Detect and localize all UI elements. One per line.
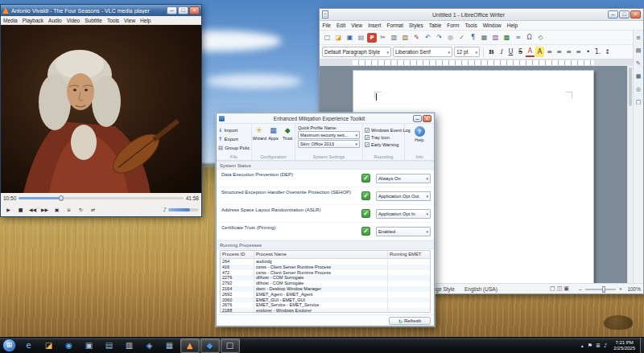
print-icon[interactable]: ▤ [356,32,366,43]
align-right-button[interactable]: ≡ [564,47,573,57]
pinned-app-icon-6[interactable]: ▥ [120,339,139,353]
italic-button[interactable]: I [497,47,506,57]
bold-button[interactable]: B [487,47,496,57]
redo-icon[interactable]: ↷ [434,32,444,43]
vlc-video-area[interactable] [1,25,201,193]
vlc-close-button[interactable]: × [189,6,200,14]
vlc-seek-slider[interactable] [19,197,183,199]
mitigation-setting-select[interactable]: Application Opt In▾ [376,209,431,219]
emet-process-table[interactable]: Process IDProcess NameRunning EMET 264au… [220,250,431,313]
import-button[interactable]: ↓Import [218,125,250,134]
justify-button[interactable]: ≡ [574,47,583,57]
emet-titlebar[interactable]: Enhanced Mitigation Experience Toolkit –… [217,113,434,124]
zoom-slider[interactable] [585,289,616,290]
vlc-taskbar-icon[interactable]: ▲ [180,339,200,353]
vlc-menu-subtitle[interactable]: Subtitle [82,18,105,23]
internet-explorer-icon[interactable]: e [19,339,39,353]
shuffle-button[interactable]: ⇄ [88,205,98,215]
open-icon[interactable]: ◪ [333,32,344,43]
volume-slider[interactable] [168,208,199,211]
writer-ruler[interactable] [320,60,633,66]
process-row[interactable]: 2188explorer - Windows Explorer [221,308,430,313]
writer-menu-styles[interactable]: Styles [407,23,427,28]
insert-link-icon[interactable]: ∞ [513,32,523,43]
paragraph-style-combo[interactable]: Default Paragraph Style ▾ [322,47,391,57]
writer-menu-edit[interactable]: Edit [333,23,348,28]
writer-menu-file[interactable]: File [320,23,333,28]
vlc-maximize-button[interactable]: □ [178,6,188,14]
highlight-color-button[interactable]: A [535,47,544,57]
vlc-menu-tools[interactable]: Tools [105,18,122,23]
spelling-icon[interactable]: ✓ [456,32,467,43]
font-size-combo[interactable]: 12 pt ▾ [454,47,480,57]
skin-select[interactable]: Skin: Office 2013 ▾ [298,140,360,148]
process-row[interactable]: 264audiodg [221,259,430,265]
styles-icon[interactable]: ✎ [634,60,643,68]
writer-menu-help[interactable]: Help [504,23,520,28]
vlc-menu-media[interactable]: Media [1,18,20,23]
zoom-in-button[interactable]: + [619,286,622,292]
single-page-view-button[interactable]: □ [550,285,555,292]
zoom-slider-thumb[interactable] [602,286,605,293]
align-left-button[interactable]: ≡ [545,47,554,57]
language-status[interactable]: English (USA) [464,286,497,292]
writer-menu-tools[interactable]: Tools [462,23,480,28]
emet-minimize-button[interactable]: – [413,115,422,122]
emet-taskbar-icon[interactable]: ◆ [200,339,220,353]
volume-icon[interactable]: ♪ [602,343,609,349]
export-button[interactable]: ↑Export [218,134,250,143]
font-name-combo[interactable]: Liberation Serif ▾ [393,47,452,57]
taskbar-clock[interactable]: 7:21 PM 2/25/2025 [609,340,640,351]
process-row[interactable]: 472csrss - Client Server Runtime Process [221,270,430,276]
column-header[interactable]: Process Name [254,251,388,258]
writer-vertical-scrollbar[interactable] [627,66,633,283]
writer-close-button[interactable]: × [630,10,641,18]
writer-minimize-button[interactable]: – [608,10,618,18]
insert-shapes-icon[interactable]: ◇ [535,32,546,43]
insert-image-icon[interactable]: ▨ [490,32,501,43]
process-row[interactable]: 2164dwm - Desktop Window Manager [221,286,430,292]
vlc-titlebar[interactable]: Antonio Vivaldi - The Four Seasons - VLC… [1,5,201,16]
multi-page-view-button[interactable]: ◫ [557,285,563,292]
gallery-icon[interactable]: ▦ [634,72,643,81]
vlc-menu-playback[interactable]: Playback [20,18,46,23]
insert-symbol-icon[interactable]: Ω [524,32,535,43]
strikethrough-button[interactable]: S [516,47,525,57]
action-center-icon[interactable]: ⚑ [586,343,594,349]
vlc-menu-audio[interactable]: Audio [46,18,64,23]
export-pdf-icon[interactable]: P [367,33,377,43]
fullscreen-button[interactable]: ▣ [52,205,62,215]
seek-handle[interactable] [59,195,64,201]
mitigation-setting-select[interactable]: Enabled▾ [376,227,431,236]
writer-titlebar[interactable]: Untitled 1 - LibreOffice Writer – □ × [320,9,643,21]
refresh-button[interactable]: ↻ Refresh [389,317,431,325]
vlc-minimize-button[interactable]: – [167,6,177,14]
undo-icon[interactable]: ↶ [423,32,433,43]
windows-event-log-checkbox[interactable]: ✓Windows Event Log [365,126,402,133]
copy-icon[interactable]: ▥ [389,32,399,43]
zoom-level[interactable]: 100% [627,286,641,292]
vlc-menu-video[interactable]: Video [64,18,83,23]
scrollbar-thumb[interactable] [629,68,632,106]
pinned-app-icon-7[interactable]: ◈ [140,339,159,353]
zoom-out-button[interactable]: – [579,286,582,292]
process-row[interactable]: 416csrss - Client Server Runtime Process [221,265,430,270]
numbered-list-button[interactable]: 1. [593,47,602,57]
mitigation-setting-select[interactable]: Application Opt Out▾ [376,191,431,201]
writer-maximize-button[interactable]: □ [619,10,630,18]
navigator-icon[interactable]: ◎ [634,85,643,94]
writer-taskbar-icon[interactable]: □ [221,339,240,353]
page-panel-icon[interactable]: □ [634,98,643,107]
line-spacing-button[interactable]: ↕ [603,47,612,57]
writer-menu-table[interactable]: Table [426,23,444,28]
network-icon[interactable]: ≣ [594,343,602,349]
vlc-menu-view[interactable]: View [122,18,138,23]
help-icon[interactable]: ? [415,126,425,137]
cut-icon[interactable]: ✂ [378,32,388,43]
playlist-button[interactable]: ≡ [64,205,74,215]
align-center-button[interactable]: ≡ [555,47,564,57]
insert-table-icon[interactable]: ▦ [479,32,489,43]
next-button[interactable]: ▶▶ [39,205,50,215]
sidebar-menu-icon[interactable]: ≡ [634,34,643,43]
properties-icon[interactable]: ▤ [634,47,643,55]
